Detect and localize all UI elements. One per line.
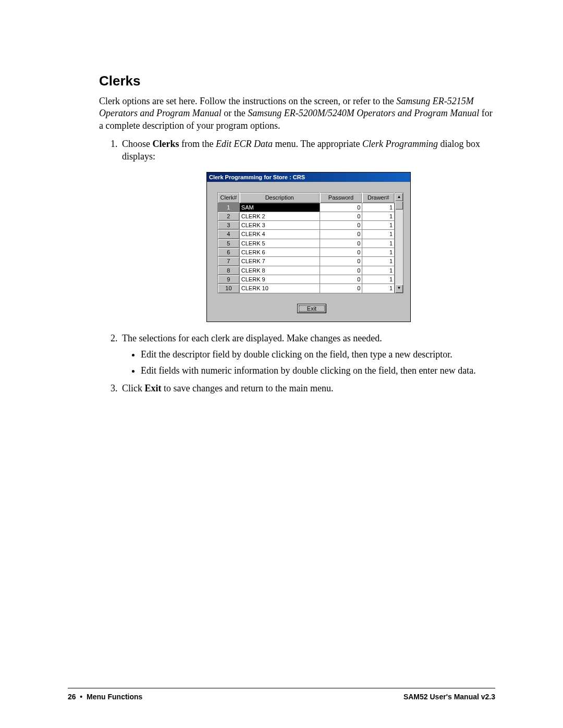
scroll-thumb[interactable]	[395, 201, 403, 209]
step1-e: menu. The appropriate	[273, 139, 362, 149]
row-number[interactable]: 9	[218, 275, 240, 283]
clerk-programming-dialog: Clerk Programming for Store : CRS Clerk#…	[206, 172, 411, 322]
cell-password[interactable]: 0	[320, 284, 362, 293]
cell-description[interactable]: CLERK 8	[239, 266, 320, 275]
cell-description[interactable]: CLERK 3	[239, 221, 320, 230]
step2-bullet-2: Edit fields with numeric information by …	[141, 365, 495, 377]
cell-description[interactable]: CLERK 2	[239, 212, 320, 220]
row-number[interactable]: 5	[218, 239, 240, 248]
footer-bullet: •	[80, 693, 82, 701]
row-number[interactable]: 2	[218, 212, 240, 220]
step2-bullets: Edit the descriptor field by double clic…	[122, 349, 495, 377]
table-row[interactable]: 8CLERK 801	[218, 266, 395, 275]
cell-password[interactable]: 0	[320, 275, 362, 283]
footer-section: Menu Functions	[87, 693, 142, 701]
table-row[interactable]: 1SAM01	[218, 203, 395, 212]
row-number[interactable]: 3	[218, 221, 240, 230]
cell-description[interactable]: CLERK 7	[239, 257, 320, 266]
step1-d: Edit ECR Data	[216, 139, 273, 149]
step1-a: Choose	[122, 139, 153, 149]
cell-drawer[interactable]: 1	[362, 266, 395, 275]
row-number[interactable]: 6	[218, 248, 240, 257]
cell-drawer[interactable]: 1	[362, 230, 395, 239]
row-number[interactable]: 8	[218, 266, 240, 275]
cell-password[interactable]: 0	[320, 248, 362, 257]
intro-text-2: or the	[222, 108, 248, 118]
cell-drawer[interactable]: 1	[362, 203, 395, 212]
step1-b: Clerks	[153, 139, 179, 149]
step1-c: from the	[179, 139, 216, 149]
row-number[interactable]: 1	[218, 203, 240, 212]
step3-b: Exit	[145, 383, 162, 393]
dialog-titlebar: Clerk Programming for Store : CRS	[207, 172, 410, 182]
exit-button[interactable]: Exit	[297, 304, 326, 313]
scroll-up-button[interactable]: ▲	[395, 193, 403, 201]
table-row[interactable]: 10CLERK 1001	[218, 284, 395, 293]
cell-description[interactable]: SAM	[239, 203, 320, 212]
table-row[interactable]: 6CLERK 601	[218, 248, 395, 257]
table-row[interactable]: 5CLERK 501	[218, 239, 395, 248]
cell-drawer[interactable]: 1	[362, 248, 395, 257]
cell-drawer[interactable]: 1	[362, 212, 395, 220]
step1-f: Clerk Programming	[362, 139, 438, 149]
table-row[interactable]: 2CLERK 201	[218, 212, 395, 220]
footer-rule	[68, 688, 495, 688]
cell-password[interactable]: 0	[320, 230, 362, 239]
table-scrollbar[interactable]: ▲ ▼	[395, 192, 403, 293]
cell-password[interactable]: 0	[320, 257, 362, 266]
cell-password[interactable]: 0	[320, 266, 362, 275]
cell-drawer[interactable]: 1	[362, 284, 395, 293]
cell-description[interactable]: CLERK 9	[239, 275, 320, 283]
footer-left: 26 • Menu Functions	[68, 693, 142, 701]
intro-paragraph: Clerk options are set here. Follow the i…	[99, 95, 495, 132]
cell-drawer[interactable]: 1	[362, 221, 395, 230]
clerk-table[interactable]: Clerk# Description Password Drawer# 1SAM…	[217, 192, 395, 293]
col-header-drawer[interactable]: Drawer#	[362, 193, 395, 203]
col-header-description[interactable]: Description	[239, 193, 320, 203]
cell-password[interactable]: 0	[320, 212, 362, 220]
row-number[interactable]: 4	[218, 230, 240, 239]
page-footer: 26 • Menu Functions SAM52 User's Manual …	[68, 693, 495, 701]
manual-ref-2: Samsung ER-5200M/5240M Operators and Pro…	[248, 108, 479, 118]
intro-text-1: Clerk options are set here. Follow the i…	[99, 96, 396, 106]
row-number[interactable]: 7	[218, 257, 240, 266]
steps-list: Choose Clerks from the Edit ECR Data men…	[99, 138, 495, 394]
cell-drawer[interactable]: 1	[362, 275, 395, 283]
col-header-password[interactable]: Password	[320, 193, 362, 203]
col-header-clerk[interactable]: Clerk#	[218, 193, 240, 203]
cell-password[interactable]: 0	[320, 203, 362, 212]
cell-description[interactable]: CLERK 10	[239, 284, 320, 293]
row-number[interactable]: 10	[218, 284, 240, 293]
scroll-track[interactable]	[395, 201, 403, 284]
scroll-down-button[interactable]: ▼	[395, 285, 403, 293]
table-row[interactable]: 4CLERK 401	[218, 230, 395, 239]
footer-right: SAM52 User's Manual v2.3	[403, 693, 495, 701]
cell-password[interactable]: 0	[320, 221, 362, 230]
table-row[interactable]: 9CLERK 901	[218, 275, 395, 283]
cell-password[interactable]: 0	[320, 239, 362, 248]
step2-bullet-1: Edit the descriptor field by double clic…	[141, 349, 495, 361]
cell-drawer[interactable]: 1	[362, 257, 395, 266]
table-row[interactable]: 7CLERK 701	[218, 257, 395, 266]
step2-text: The selections for each clerk are displa…	[122, 333, 382, 343]
step-3: Click Exit to save changes and return to…	[120, 382, 495, 394]
step3-a: Click	[122, 383, 145, 393]
step-1: Choose Clerks from the Edit ECR Data men…	[120, 138, 495, 322]
cell-description[interactable]: CLERK 6	[239, 248, 320, 257]
cell-description[interactable]: CLERK 4	[239, 230, 320, 239]
step3-c: to save changes and return to the main m…	[162, 383, 334, 393]
footer-page-number: 26	[68, 693, 76, 701]
step-2: The selections for each clerk are displa…	[120, 332, 495, 377]
cell-drawer[interactable]: 1	[362, 239, 395, 248]
table-row[interactable]: 3CLERK 301	[218, 221, 395, 230]
cell-description[interactable]: CLERK 5	[239, 239, 320, 248]
section-heading: Clerks	[99, 73, 495, 89]
